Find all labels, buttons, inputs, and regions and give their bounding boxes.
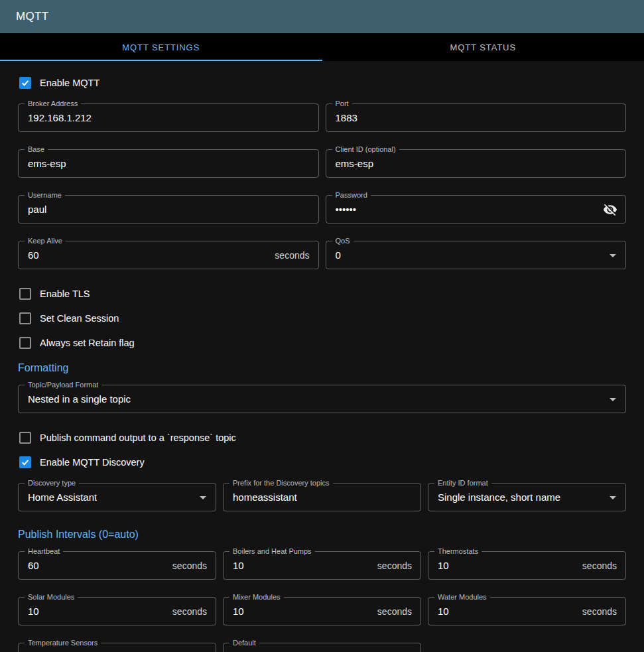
- intervals-row-3: Temperature Sensors seconds Default seco…: [18, 643, 626, 652]
- tab-mqtt-settings-label: MQTT SETTINGS: [122, 42, 200, 52]
- check-icon: [21, 78, 30, 88]
- mixer-label: Mixer Modules: [229, 592, 284, 602]
- chevron-down-icon: [605, 489, 621, 505]
- enable-tls-label: Enable TLS: [40, 289, 90, 299]
- discovery-prefix-input[interactable]: [224, 484, 420, 511]
- app-bar: MQTT: [0, 0, 644, 33]
- password-input[interactable]: [326, 196, 626, 223]
- boilers-label: Boilers and Heat Pumps: [229, 547, 315, 556]
- checkbox-unchecked-icon[interactable]: [19, 432, 31, 444]
- clean-session-checkbox-row[interactable]: Set Clean Session: [19, 311, 626, 326]
- heartbeat-label: Heartbeat: [25, 547, 63, 556]
- checkbox-checked-icon[interactable]: [19, 456, 31, 468]
- default-interval-label: Default: [229, 638, 259, 647]
- page-title: MQTT: [16, 10, 48, 23]
- formatting-heading: Formatting: [18, 362, 626, 374]
- qos-value: 0: [336, 249, 341, 261]
- base-input[interactable]: [19, 150, 318, 177]
- publish-intervals-heading: Publish Intervals (0=auto): [18, 529, 626, 541]
- water-field: Water Modules seconds: [428, 597, 626, 625]
- discovery-type-select[interactable]: Discovery type Home Assistant: [18, 483, 216, 511]
- tab-mqtt-settings[interactable]: MQTT SETTINGS: [0, 33, 322, 61]
- client-id-label: Client ID (optional): [332, 145, 399, 154]
- username-input[interactable]: [19, 196, 318, 223]
- username-field: Username: [18, 195, 319, 224]
- discovery-type-value: Home Assistant: [28, 491, 97, 503]
- tab-bar: MQTT SETTINGS MQTT STATUS: [0, 33, 644, 61]
- publish-response-checkbox-row[interactable]: Publish command output to a `response` t…: [19, 430, 626, 445]
- chevron-down-icon: [195, 489, 211, 505]
- intervals-row-2: Solar Modules seconds Mixer Modules seco…: [18, 597, 626, 625]
- enable-mqtt-label: Enable MQTT: [40, 78, 99, 88]
- client-id-field: Client ID (optional): [326, 149, 627, 178]
- toggle-password-visibility-button[interactable]: [600, 200, 620, 220]
- keep-alive-field: Keep Alive seconds: [18, 241, 319, 269]
- port-label: Port: [332, 99, 352, 108]
- base-field: Base: [18, 149, 319, 178]
- check-icon: [21, 458, 30, 467]
- qos-select[interactable]: QoS 0: [326, 241, 627, 269]
- keep-alive-input[interactable]: [19, 241, 318, 269]
- default-interval-field: Default seconds: [223, 643, 421, 652]
- checkbox-unchecked-icon[interactable]: [19, 288, 31, 300]
- water-input[interactable]: [428, 598, 625, 625]
- solar-label: Solar Modules: [25, 592, 78, 602]
- enable-discovery-checkbox-row[interactable]: Enable MQTT Discovery: [19, 455, 626, 470]
- thermostats-field: Thermostats seconds: [428, 551, 626, 580]
- publish-response-label: Publish command output to a `response` t…: [40, 432, 236, 443]
- discovery-prefix-field: Prefix for the Discovery topics: [223, 483, 421, 511]
- topic-format-select[interactable]: Topic/Payload Format Nested in a single …: [18, 385, 626, 413]
- credentials-row: Username Password: [18, 195, 626, 224]
- settings-form: Enable MQTT Broker Address Port Base: [0, 61, 644, 652]
- client-id-input[interactable]: [326, 150, 626, 177]
- water-label: Water Modules: [434, 592, 490, 602]
- keepalive-qos-row: Keep Alive seconds QoS 0: [18, 241, 626, 269]
- port-field: Port: [326, 103, 627, 132]
- port-input[interactable]: [326, 104, 626, 131]
- heartbeat-field: Heartbeat seconds: [18, 551, 216, 580]
- retain-flag-label: Always set Retain flag: [40, 338, 135, 348]
- entity-format-label: Entity ID format: [434, 478, 491, 488]
- checkbox-checked-icon[interactable]: [19, 77, 31, 89]
- mixer-field: Mixer Modules seconds: [223, 597, 421, 625]
- entity-format-value: Single instance, short name: [438, 491, 560, 503]
- keep-alive-label: Keep Alive: [25, 236, 66, 245]
- discovery-type-label: Discovery type: [25, 478, 79, 488]
- retain-flag-checkbox-row[interactable]: Always set Retain flag: [19, 336, 626, 350]
- temperature-sensors-label: Temperature Sensors: [25, 638, 101, 647]
- temperature-sensors-field: Temperature Sensors seconds: [18, 643, 216, 652]
- qos-label: QoS: [332, 236, 354, 245]
- topic-format-label: Topic/Payload Format: [25, 380, 101, 389]
- discovery-prefix-label: Prefix for the Discovery topics: [229, 478, 333, 488]
- solar-input[interactable]: [19, 598, 216, 625]
- clean-session-label: Set Clean Session: [40, 313, 119, 324]
- checkbox-unchecked-icon[interactable]: [19, 337, 31, 349]
- broker-address-input[interactable]: [19, 104, 318, 131]
- enable-mqtt-checkbox-row[interactable]: Enable MQTT: [19, 76, 626, 90]
- entity-format-select[interactable]: Entity ID format Single instance, short …: [428, 483, 626, 511]
- broker-address-field: Broker Address: [18, 103, 319, 132]
- chevron-down-icon: [605, 391, 621, 407]
- thermostats-label: Thermostats: [434, 547, 482, 556]
- tab-mqtt-status[interactable]: MQTT STATUS: [322, 33, 644, 61]
- topic-format-value: Nested in a single topic: [28, 393, 131, 405]
- enable-tls-checkbox-row[interactable]: Enable TLS: [19, 287, 626, 301]
- boilers-field: Boilers and Heat Pumps seconds: [223, 551, 421, 580]
- password-label: Password: [332, 190, 371, 200]
- checkbox-unchecked-icon[interactable]: [19, 312, 31, 324]
- username-label: Username: [25, 190, 65, 200]
- boilers-input[interactable]: [224, 552, 420, 579]
- broker-port-row: Broker Address Port: [18, 103, 626, 132]
- heartbeat-input[interactable]: [19, 552, 216, 579]
- intervals-row-1: Heartbeat seconds Boilers and Heat Pumps…: [18, 551, 626, 580]
- mixer-input[interactable]: [224, 598, 420, 625]
- solar-field: Solar Modules seconds: [18, 597, 216, 625]
- base-clientid-row: Base Client ID (optional): [18, 149, 626, 178]
- visibility-off-icon: [603, 202, 617, 217]
- tab-mqtt-status-label: MQTT STATUS: [450, 42, 516, 52]
- base-label: Base: [25, 145, 48, 154]
- broker-address-label: Broker Address: [25, 99, 81, 108]
- discovery-row: Discovery type Home Assistant Prefix for…: [18, 483, 626, 511]
- thermostats-input[interactable]: [428, 552, 625, 579]
- enable-discovery-label: Enable MQTT Discovery: [40, 457, 145, 468]
